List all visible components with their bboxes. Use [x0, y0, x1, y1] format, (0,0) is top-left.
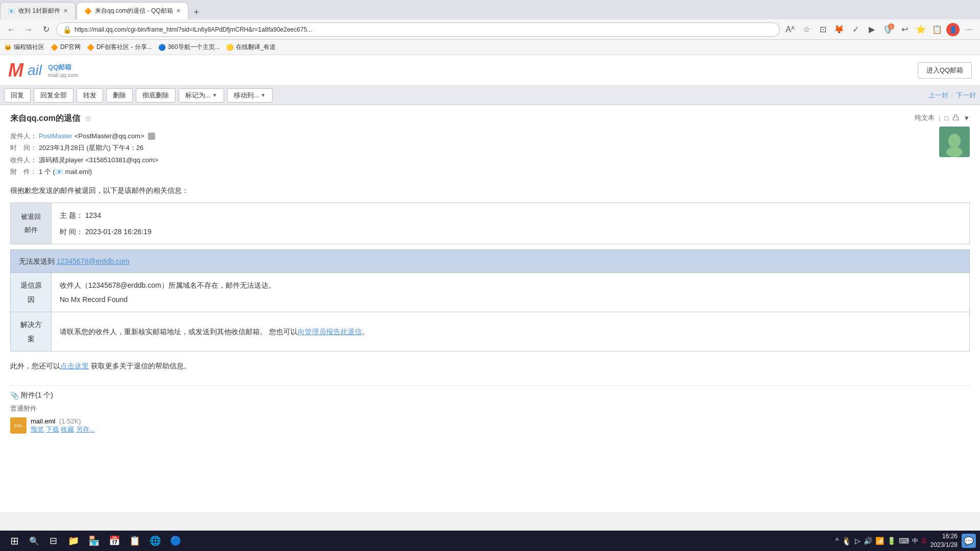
new-tab-button[interactable]: + [189, 5, 204, 19]
reason-content-cell: 收件人（12345678@erddb.com）所属域名不存在，邮件无法送达。 N… [52, 272, 970, 312]
reason-label-cell: 退信原因 [11, 272, 52, 312]
chevron-up-icon[interactable]: ^ [836, 537, 839, 545]
prev-email-link[interactable]: 上一封 [928, 91, 948, 100]
save-as-link[interactable]: 另存... [76, 425, 95, 433]
browser-ext4[interactable]: 🛡️1 [881, 22, 895, 37]
taskbar-task-view[interactable]: ⊟ [44, 532, 62, 550]
more-info-end: 获取更多关于退信的帮助信息。 [89, 362, 191, 370]
delete-button[interactable]: 删除 [106, 88, 133, 103]
more-options-icon[interactable]: ▼ [963, 114, 970, 122]
nav-separator: | [951, 91, 953, 100]
bookmark-icon: 🟡 [226, 44, 234, 51]
taskbar-calendar[interactable]: 📅 [105, 532, 124, 550]
mark-as-arrow-icon: ▼ [212, 92, 217, 98]
profile-icon[interactable]: ⭐ [914, 22, 928, 37]
plain-text-link[interactable]: 纯文本 [915, 113, 935, 122]
start-button[interactable]: ⊞ [4, 531, 24, 551]
collect-link[interactable]: 收藏 [61, 425, 74, 433]
click-here-link[interactable]: 点击这里 [60, 362, 89, 370]
forward-button[interactable]: → [21, 22, 36, 37]
email-meta-area: 来自qq.com的退信 ☆ 发件人： PostMaster <PostMaste… [10, 113, 915, 178]
cannot-send-email-link[interactable]: 12345678@erddb.com [57, 257, 130, 265]
browser-ext1[interactable]: 🦊 [832, 22, 846, 37]
address-bar[interactable]: 🔒 https://mail.qq.com/cgi-bin/frame_html… [56, 22, 780, 37]
attachment-filesize: (1.52K) [59, 417, 81, 425]
from-name[interactable]: PostMaster [39, 130, 72, 142]
reply-button[interactable]: 回复 [4, 88, 31, 103]
move-to-button[interactable]: 移动到... ▼ [227, 88, 273, 103]
favorites-icon[interactable]: ☆ [799, 22, 814, 37]
taskbar-search-icon: 🔍 [29, 536, 39, 546]
tabs-bar: 📧 收到 1封新邮件 ✕ 🔶 来自qq.com的退信 - QQ邮箱 ✕ + [0, 0, 980, 19]
calendar-icon: 📅 [109, 535, 120, 546]
battery-icon[interactable]: 🔋 [887, 537, 896, 545]
keyboard-icon[interactable]: ⌨ [899, 537, 909, 545]
email-subject: 来自qq.com的退信 ☆ [10, 113, 915, 124]
read-aloud-icon[interactable]: Aᴬ [783, 22, 797, 37]
print-icon[interactable]: □ [944, 114, 948, 122]
subject-text: 来自qq.com的退信 [10, 113, 80, 124]
ime-icon[interactable]: 中 [912, 537, 918, 545]
tab-close[interactable]: ✕ [63, 8, 68, 14]
bookmark-coding-cat[interactable]: 🐱 编程猫社区 [4, 43, 44, 52]
next-email-link[interactable]: 下一封 [956, 91, 976, 100]
app1-icon: 📋 [129, 535, 140, 546]
bounce-time-row: 时 间： 2023-01-28 16:26:19 [60, 224, 961, 239]
preview-link[interactable]: 预览 [31, 425, 44, 433]
collections-icon[interactable]: ⊡ [816, 22, 830, 37]
collections2-icon[interactable]: 📋 [930, 22, 944, 37]
back-button[interactable]: ← [4, 22, 18, 37]
taskbar-files[interactable]: 📁 [64, 532, 83, 550]
volume-icon[interactable]: 🔊 [864, 537, 872, 545]
reply-all-button[interactable]: 回复全部 [34, 88, 74, 103]
new-window-icon[interactable]: 凸 [952, 113, 959, 122]
download-link[interactable]: 下载 [46, 425, 59, 433]
to-label: 收件人： [10, 154, 37, 166]
taskbar-app1[interactable]: 📋 [126, 532, 144, 550]
taskbar-chrome[interactable]: 🔵 [166, 532, 185, 550]
files-icon: 📁 [68, 535, 79, 546]
email-content: 来自qq.com的退信 ☆ 发件人： PostMaster <PostMaste… [0, 105, 980, 447]
bookmark-360[interactable]: 🔵 360导航一个主页... [158, 43, 220, 52]
refresh-button[interactable]: ↻ [39, 22, 53, 37]
notification-icon: 💬 [964, 536, 974, 546]
tab-bounce[interactable]: 🔶 来自qq.com的退信 - QQ邮箱 ✕ [77, 2, 188, 19]
solution-text: 请联系您的收件人，重新核实邮箱地址，或发送到其他收信邮箱。 您也可以 [60, 328, 298, 336]
taskbar-store[interactable]: 🏪 [85, 532, 103, 550]
bounce-info-table: 被退回邮件 主 题： 1234 时 间： 2023-01-28 16:26:19 [10, 203, 970, 244]
delete-all-button[interactable]: 彻底删除 [136, 88, 176, 103]
browser-ext2[interactable]: ✓ [848, 22, 863, 37]
browser-ext3[interactable]: ▶ [865, 22, 879, 37]
taskbar-clock[interactable]: 16:26 2023/1/28 [930, 532, 958, 549]
more-icon[interactable]: ··· [962, 22, 976, 37]
user-profile-icon[interactable]: 👤 [946, 23, 960, 36]
browser-ext5[interactable]: ↩ [897, 22, 912, 37]
taskbar-search-button[interactable]: 🔍 [27, 533, 42, 548]
taskbar-edge[interactable]: 🌐 [146, 532, 164, 550]
forward-button[interactable]: 转发 [77, 88, 103, 103]
attachment-label: 附 件： [10, 166, 37, 178]
email-header-row: 来自qq.com的退信 ☆ 发件人： PostMaster <PostMaste… [10, 113, 970, 178]
report-admin-link[interactable]: 向管理员报告此退信 [298, 328, 362, 336]
sender-card-icon[interactable] [148, 133, 155, 140]
wifi-icon[interactable]: 📶 [875, 537, 884, 545]
arrow-icon[interactable]: ▷ [855, 537, 861, 545]
mark-as-button[interactable]: 标记为... ▼ [179, 88, 224, 103]
ime2-icon[interactable]: S [921, 537, 926, 545]
time-display: 16:26 [930, 532, 958, 541]
bookmark-label: 编程猫社区 [14, 43, 44, 52]
tab-inbox[interactable]: 📧 收到 1封新邮件 ✕ [0, 2, 76, 19]
time-label: 时 间： [10, 142, 37, 154]
bookmark-df-maker[interactable]: 🔶 DF创客社区 - 分享... [87, 43, 152, 52]
attachment-count: 1 个 (📧 mail.eml) [39, 166, 92, 178]
tab-close-active[interactable]: ✕ [176, 8, 181, 14]
enter-qq-mail-button[interactable]: 进入QQ邮箱 [918, 62, 972, 79]
qq-icon[interactable]: 🐧 [842, 536, 852, 546]
star-button[interactable]: ☆ [84, 114, 91, 123]
bookmark-df[interactable]: 🔶 DF官网 [51, 43, 81, 52]
to-row: 收件人： 源码精灵player <3158510381@qq.com> [10, 154, 915, 166]
notification-button[interactable]: 💬 [962, 534, 976, 548]
attachment-row: 附 件： 1 个 (📧 mail.eml) [10, 166, 915, 178]
bookmark-youdao[interactable]: 🟡 在线翻译_有道 [226, 43, 276, 52]
svg-point-2 [946, 147, 963, 157]
